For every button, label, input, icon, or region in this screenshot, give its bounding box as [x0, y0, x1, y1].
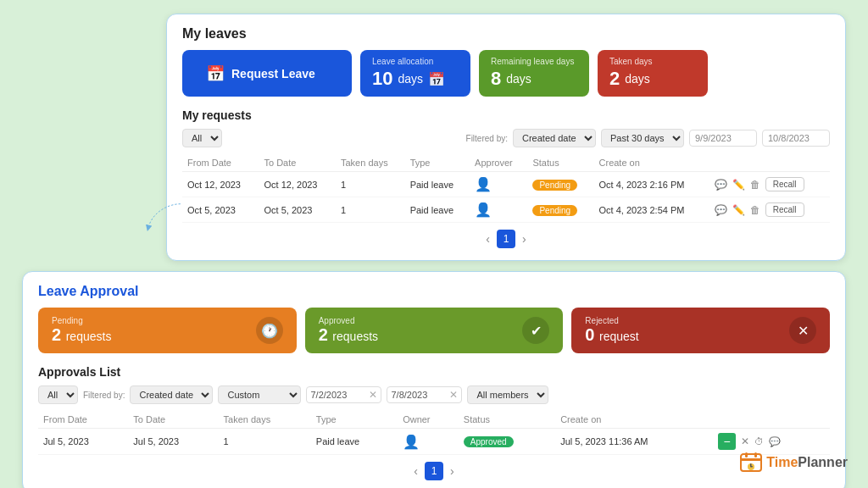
edit-icon[interactable]: ✏️ — [732, 179, 745, 191]
col-status: Status — [459, 411, 555, 429]
my-requests-type-filter[interactable]: All — [182, 129, 222, 147]
brand-logo-icon — [739, 451, 763, 474]
taken-days-cell: 1 — [336, 197, 405, 223]
approvals-date-to[interactable] — [391, 390, 446, 400]
to-date-cell: Oct 12, 2023 — [259, 172, 337, 197]
approver-avatar: 👤 — [475, 202, 492, 217]
clear-date-to-icon[interactable]: ✕ — [449, 389, 458, 401]
approver-cell: 👤 — [470, 197, 527, 223]
approvals-next-page-button[interactable]: › — [450, 464, 454, 478]
my-requests-title: My requests — [182, 108, 830, 122]
time-icon[interactable]: ⏱ — [754, 436, 764, 446]
col-approver: Approver — [470, 154, 527, 172]
comment-icon[interactable]: 💬 — [715, 204, 727, 216]
col-actions — [713, 411, 830, 429]
remaining-days-value: 8 days — [491, 68, 577, 90]
my-leaves-panel: My leaves 📅 Request Leave Leave allocati… — [166, 14, 846, 261]
table-row: Jul 5, 2023 Jul 5, 2023 1 Paid leave 👤 A… — [38, 429, 830, 455]
remaining-days-label: Remaining leave days — [491, 57, 577, 66]
owner-avatar: 👤 — [403, 435, 420, 449]
delete-icon[interactable]: 🗑 — [750, 204, 760, 216]
col-create-on: Create on — [555, 411, 713, 429]
type-cell: Paid leave — [311, 429, 398, 455]
create-on-cell: Oct 4, 2023 2:16 PM — [594, 172, 709, 197]
message-icon[interactable]: 💬 — [769, 436, 781, 447]
prev-page-button[interactable]: ‹ — [486, 232, 490, 246]
approved-icon: ✔ — [522, 317, 549, 344]
status-badge: Pending — [532, 205, 577, 216]
leave-approval-panel: Leave Approval Pending 2 requests 🕐 Appr… — [22, 271, 846, 488]
col-type: Type — [311, 411, 398, 429]
approvals-date-from[interactable] — [310, 390, 365, 400]
from-date-cell: Oct 5, 2023 — [182, 197, 259, 223]
create-on-cell: Jul 5, 2023 11:36 AM — [555, 429, 713, 455]
taken-days-card: Taken days 2 days — [598, 50, 708, 97]
pending-icon: 🕐 — [256, 317, 283, 344]
recall-button[interactable]: Recall — [765, 202, 804, 217]
from-date-cell: Oct 12, 2023 — [182, 172, 259, 197]
reject-icon[interactable]: ✕ — [741, 435, 749, 447]
status-cell: Pending — [527, 197, 593, 223]
to-date-cell: Oct 5, 2023 — [259, 197, 337, 223]
approvals-prev-page-button[interactable]: ‹ — [414, 464, 418, 478]
col-taken-days: Taken days — [336, 154, 405, 172]
leave-approval-title: Leave Approval — [38, 284, 830, 299]
status-cell: Pending — [527, 172, 593, 197]
status-badge: Pending — [532, 180, 577, 191]
edit-icon[interactable]: ✏️ — [732, 204, 745, 216]
approvals-member-filter[interactable]: All members — [467, 385, 548, 404]
from-date-cell: Jul 5, 2023 — [38, 429, 128, 455]
rejected-value: 0 request — [585, 325, 638, 345]
calendar-icon: 📅 — [206, 64, 225, 83]
filtered-by-label: Filtered by: — [466, 134, 508, 143]
svg-rect-6 — [750, 466, 753, 468]
comment-icon[interactable]: 💬 — [715, 179, 727, 191]
approvals-date-to-wrapper: ✕ — [387, 386, 462, 403]
my-requests-date-to[interactable] — [762, 130, 830, 147]
leaves-top-row: 📅 Request Leave Leave allocation 10 days… — [182, 50, 830, 97]
my-requests-date-from[interactable] — [689, 130, 757, 147]
approvals-created-date-filter[interactable]: Created date — [130, 385, 213, 404]
brand-name: TimePlanner — [766, 455, 848, 470]
taken-days-cell: 1 — [219, 429, 311, 455]
col-taken-days: Taken days — [219, 411, 311, 429]
rejected-stat-card: Rejected 0 request ✕ — [571, 308, 830, 353]
col-actions — [709, 154, 830, 172]
leave-allocation-value: 10 days 📅 — [372, 68, 459, 90]
recall-button[interactable]: Recall — [765, 177, 804, 191]
status-badge: Approved — [464, 436, 514, 447]
owner-cell: 👤 — [398, 429, 459, 455]
pending-stat-info: Pending 2 requests — [52, 316, 111, 345]
approved-stat-card: Approved 2 requests ✔ — [305, 308, 564, 353]
col-owner: Owner — [398, 411, 459, 429]
approvals-current-page: 1 — [425, 462, 443, 480]
col-from-date: From Date — [38, 411, 128, 429]
action-icons: 💬 ✏️ 🗑 Recall — [715, 202, 825, 217]
rejected-icon: ✕ — [789, 317, 816, 344]
current-page: 1 — [497, 230, 515, 248]
rejected-label: Rejected — [585, 316, 638, 325]
request-leave-button[interactable]: 📅 Request Leave — [182, 50, 352, 97]
next-page-button[interactable]: › — [522, 232, 526, 246]
type-cell: Paid leave — [405, 197, 470, 223]
status-cell: Approved — [459, 429, 555, 455]
delete-icon[interactable]: 🗑 — [750, 179, 760, 191]
taken-days-label: Taken days — [609, 57, 696, 66]
my-requests-range-filter[interactable]: Past 30 days Custom — [601, 129, 684, 147]
col-from-date: From Date — [182, 154, 259, 172]
approvals-list-title: Approvals List — [38, 365, 830, 379]
approvals-range-filter[interactable]: Custom Past 30 days — [218, 385, 301, 404]
action-cell: 💬 ✏️ 🗑 Recall — [709, 197, 830, 223]
approve-button[interactable]: − — [718, 433, 735, 450]
approvals-date-from-wrapper: ✕ — [306, 386, 381, 403]
type-cell: Paid leave — [405, 172, 470, 197]
approvals-type-filter[interactable]: All — [38, 385, 78, 404]
approved-label: Approved — [319, 316, 378, 325]
approved-stat-info: Approved 2 requests — [319, 316, 378, 345]
brand: TimePlanner — [739, 451, 848, 474]
filter-right: Filtered by: Created date Past 30 days C… — [466, 129, 830, 147]
clear-date-from-icon[interactable]: ✕ — [369, 389, 377, 401]
col-to-date: To Date — [128, 411, 218, 429]
request-leave-label: Request Leave — [231, 67, 315, 80]
my-requests-created-date-filter[interactable]: Created date — [513, 129, 596, 147]
